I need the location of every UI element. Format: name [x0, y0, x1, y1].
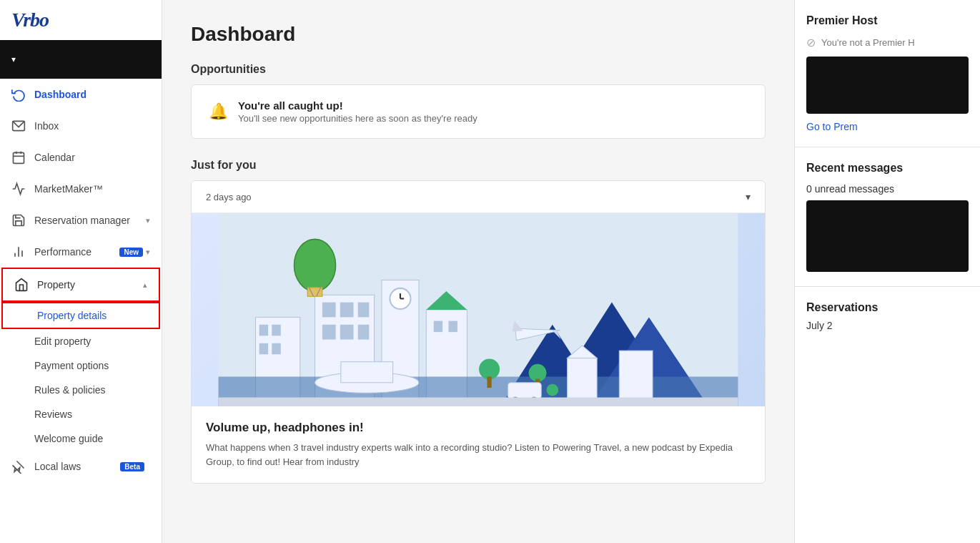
svg-rect-24: [358, 325, 370, 340]
sidebar-item-marketmaker[interactable]: MarketMaker™: [0, 173, 162, 205]
sidebar-item-rules-policies[interactable]: Rules & policies: [0, 378, 162, 402]
just-for-you-card: 2 days ago ▾: [191, 180, 766, 484]
sidebar-item-property-details-label: Property details: [37, 310, 107, 321]
svg-point-34: [294, 239, 335, 291]
recent-messages-title: Recent messages: [806, 162, 969, 175]
sidebar-item-performance[interactable]: Performance New ▾: [0, 236, 162, 268]
opportunities-card-content: You're all caught up! You'll see new opp…: [238, 99, 477, 124]
calendar-icon: [11, 150, 26, 165]
refresh-icon: [11, 87, 26, 102]
chart-icon: [11, 182, 26, 196]
chevron-down-icon[interactable]: ▾: [746, 191, 751, 202]
sidebar-item-inbox[interactable]: Inbox: [0, 110, 162, 142]
beta-badge: Beta: [120, 462, 144, 471]
new-badge: New: [119, 248, 143, 257]
sidebar-item-calendar-label: Calendar: [34, 152, 150, 163]
sidebar-item-reviews[interactable]: Reviews: [0, 402, 162, 426]
just-for-you-section: Just for you 2 days ago ▾: [191, 159, 766, 484]
premier-host-section: Premier Host ⊘ You're not a Premier H Go…: [795, 0, 980, 147]
svg-rect-32: [448, 321, 457, 333]
svg-rect-22: [322, 325, 336, 340]
chevron-up-icon: ▴: [143, 280, 147, 290]
messages-image: [806, 200, 969, 272]
property-submenu: Property details Edit property Payment o…: [0, 302, 162, 451]
opportunities-section-title: Opportunities: [191, 63, 766, 76]
sidebar-item-performance-label: Performance: [34, 246, 115, 258]
chevron-down-icon: ▾: [146, 248, 150, 257]
just-for-you-title: Just for you: [191, 159, 766, 172]
reservations-title: Reservations: [806, 301, 969, 314]
bell-icon: 🔔: [209, 102, 228, 121]
gavel-icon: [11, 459, 26, 474]
bar-chart-icon: [11, 245, 26, 259]
sidebar-item-marketmaker-label: MarketMaker™: [34, 183, 150, 195]
sidebar-item-dashboard[interactable]: Dashboard: [0, 79, 162, 110]
svg-rect-1: [14, 152, 24, 163]
sidebar-item-calendar[interactable]: Calendar: [0, 142, 162, 173]
sidebar-item-reviews-label: Reviews: [34, 409, 72, 420]
svg-rect-56: [219, 398, 738, 406]
opportunities-card-subtitle: You'll see new opportunities here as soo…: [238, 113, 477, 124]
just-for-you-header: 2 days ago ▾: [192, 181, 765, 213]
sidebar-item-welcome-guide[interactable]: Welcome guide: [0, 426, 162, 451]
article-title: Volume up, headphones in!: [206, 421, 751, 435]
sidebar-item-edit-property-label: Edit property: [34, 336, 91, 347]
article-text: What happens when 3 travel industry expe…: [206, 441, 751, 469]
svg-rect-16: [259, 343, 268, 355]
save-icon: [11, 213, 26, 228]
sidebar-item-payment-options-label: Payment options: [34, 360, 109, 371]
sidebar-item-payment-options[interactable]: Payment options: [0, 353, 162, 378]
sidebar-item-reservation-manager-label: Reservation manager: [34, 215, 143, 226]
mail-icon: [11, 119, 26, 133]
svg-rect-45: [487, 376, 491, 388]
premier-host-title: Premier Host: [806, 14, 969, 27]
svg-rect-17: [272, 343, 280, 355]
ban-icon: ⊘: [806, 36, 816, 49]
premier-host-image: [806, 57, 969, 114]
right-panel: Premier Host ⊘ You're not a Premier H Go…: [794, 0, 980, 543]
opportunities-card: 🔔 You're all caught up! You'll see new o…: [191, 84, 766, 139]
just-for-you-date: 2 days ago: [206, 192, 252, 202]
recent-messages-section: Recent messages 0 unread messages: [795, 147, 980, 287]
property-selector-chevron: ▾: [11, 54, 16, 64]
property-selector[interactable]: ▾: [0, 40, 162, 79]
svg-point-51: [547, 384, 559, 396]
not-premier-text: You're not a Premier H: [821, 37, 915, 48]
reservations-section: Reservations July 2: [795, 287, 980, 346]
sidebar-item-reservation-manager[interactable]: Reservation manager ▾: [0, 205, 162, 236]
sidebar-item-inbox-label: Inbox: [34, 120, 150, 132]
just-for-you-image: [192, 213, 765, 406]
just-for-you-content: Volume up, headphones in! What happens w…: [192, 406, 765, 483]
premier-host-info: ⊘ You're not a Premier H: [806, 36, 969, 49]
svg-rect-23: [340, 325, 354, 340]
reservations-date: July 2: [806, 320, 969, 331]
logo-container: Vrbo: [0, 0, 162, 40]
sidebar-item-property-label: Property: [37, 279, 140, 290]
chevron-down-icon: ▾: [146, 216, 150, 225]
svg-rect-15: [272, 325, 280, 336]
svg-rect-31: [434, 321, 442, 333]
go-to-premier-link[interactable]: Go to Prem: [806, 121, 969, 132]
svg-rect-21: [358, 303, 370, 318]
svg-rect-53: [508, 383, 542, 399]
home-icon: [14, 278, 29, 292]
svg-rect-20: [340, 303, 354, 318]
main-content: Dashboard Opportunities 🔔 You're all cau…: [162, 0, 794, 543]
sidebar-item-property[interactable]: Property ▴: [1, 268, 160, 302]
page-title: Dashboard: [191, 23, 766, 46]
sidebar-item-local-laws[interactable]: Local laws Beta: [0, 451, 162, 482]
svg-rect-14: [259, 325, 268, 336]
sidebar: Vrbo ▾ Dashboard Inbox: [0, 0, 162, 543]
vrbo-logo: Vrbo: [11, 9, 49, 31]
sidebar-nav: Dashboard Inbox Calendar: [0, 79, 162, 543]
svg-point-44: [479, 359, 500, 380]
opportunities-section: Opportunities 🔔 You're all caught up! Yo…: [191, 63, 766, 159]
sidebar-item-dashboard-label: Dashboard: [34, 89, 150, 100]
svg-rect-40: [341, 362, 393, 383]
unread-count: 0 unread messages: [806, 183, 969, 195]
sidebar-item-property-details[interactable]: Property details: [1, 302, 160, 329]
sidebar-item-welcome-guide-label: Welcome guide: [34, 433, 103, 444]
sidebar-item-edit-property[interactable]: Edit property: [0, 329, 162, 353]
sidebar-item-local-laws-label: Local laws: [34, 461, 120, 472]
opportunities-card-title: You're all caught up!: [238, 99, 477, 112]
